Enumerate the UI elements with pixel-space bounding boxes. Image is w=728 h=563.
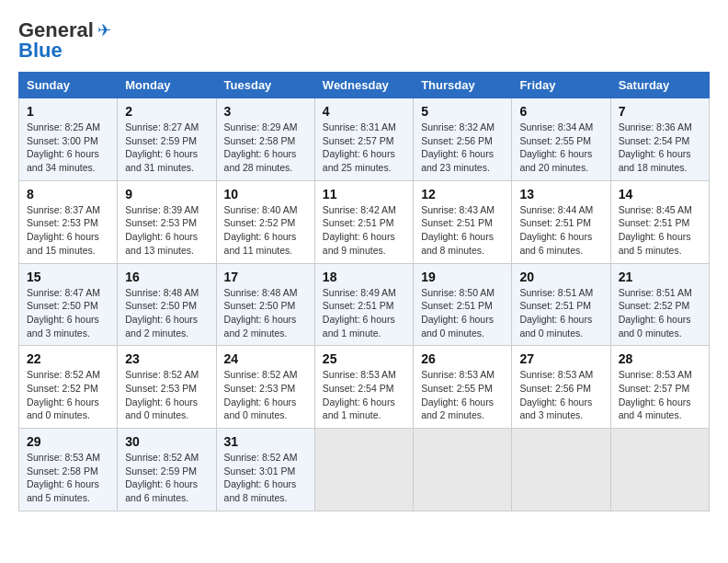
day-info: Sunrise: 8:49 AMSunset: 2:51 PMDaylight:… (323, 286, 405, 340)
day-info: Sunrise: 8:52 AMSunset: 2:52 PMDaylight:… (27, 368, 109, 422)
calendar-header-row: SundayMondayTuesdayWednesdayThursdayFrid… (19, 73, 710, 98)
calendar-cell: 14Sunrise: 8:45 AMSunset: 2:51 PMDayligh… (610, 180, 709, 263)
calendar-cell: 23Sunrise: 8:52 AMSunset: 2:53 PMDayligh… (118, 346, 216, 429)
calendar-cell: 17Sunrise: 8:48 AMSunset: 2:50 PMDayligh… (216, 263, 314, 346)
calendar-cell: 30Sunrise: 8:52 AMSunset: 2:59 PMDayligh… (118, 429, 216, 511)
calendar-cell: 4Sunrise: 8:31 AMSunset: 2:57 PMDaylight… (314, 98, 413, 181)
calendar-cell: 18Sunrise: 8:49 AMSunset: 2:51 PMDayligh… (314, 263, 413, 346)
day-header-wednesday: Wednesday (314, 73, 413, 98)
day-header-thursday: Thursday (414, 73, 512, 98)
week-row-1: 1Sunrise: 8:25 AMSunset: 3:00 PMDaylight… (19, 98, 710, 181)
calendar-cell: 31Sunrise: 8:52 AMSunset: 3:01 PMDayligh… (216, 429, 314, 511)
day-number: 18 (323, 270, 405, 284)
day-info: Sunrise: 8:53 AMSunset: 2:54 PMDaylight:… (323, 368, 405, 422)
day-info: Sunrise: 8:51 AMSunset: 2:51 PMDaylight:… (519, 286, 602, 340)
calendar-cell: 9Sunrise: 8:39 AMSunset: 2:53 PMDaylight… (118, 180, 216, 263)
day-info: Sunrise: 8:53 AMSunset: 2:57 PMDaylight:… (619, 368, 701, 422)
calendar-cell: 27Sunrise: 8:53 AMSunset: 2:56 PMDayligh… (512, 346, 610, 429)
day-number: 10 (224, 187, 307, 201)
day-info: Sunrise: 8:44 AMSunset: 2:51 PMDaylight:… (519, 203, 602, 258)
logo-blue-text: Blue (18, 39, 63, 63)
calendar-cell: 6Sunrise: 8:34 AMSunset: 2:55 PMDaylight… (512, 98, 610, 181)
day-number: 19 (421, 270, 504, 284)
logo-bird-icon: ✈ (97, 20, 111, 40)
day-header-monday: Monday (118, 73, 216, 98)
day-info: Sunrise: 8:25 AMSunset: 3:00 PMDaylight:… (27, 121, 109, 175)
calendar-cell: 25Sunrise: 8:53 AMSunset: 2:54 PMDayligh… (314, 346, 413, 429)
day-number: 1 (27, 104, 109, 119)
day-info: Sunrise: 8:37 AMSunset: 2:53 PMDaylight:… (27, 203, 109, 258)
calendar-cell: 28Sunrise: 8:53 AMSunset: 2:57 PMDayligh… (610, 346, 709, 429)
calendar-cell: 10Sunrise: 8:40 AMSunset: 2:52 PMDayligh… (216, 180, 314, 263)
calendar-cell: 2Sunrise: 8:27 AMSunset: 2:59 PMDaylight… (118, 98, 216, 181)
day-number: 30 (125, 434, 208, 449)
day-info: Sunrise: 8:42 AMSunset: 2:51 PMDaylight:… (323, 203, 405, 258)
day-number: 27 (519, 351, 602, 366)
calendar-cell: 5Sunrise: 8:32 AMSunset: 2:56 PMDaylight… (414, 98, 512, 181)
day-number: 3 (224, 104, 307, 119)
day-info: Sunrise: 8:39 AMSunset: 2:53 PMDaylight:… (125, 203, 208, 258)
day-info: Sunrise: 8:48 AMSunset: 2:50 PMDaylight:… (125, 286, 208, 340)
week-row-4: 22Sunrise: 8:52 AMSunset: 2:52 PMDayligh… (19, 346, 710, 429)
day-number: 22 (27, 351, 109, 366)
day-number: 26 (421, 351, 504, 366)
day-number: 20 (519, 270, 602, 284)
day-info: Sunrise: 8:52 AMSunset: 2:53 PMDaylight:… (224, 368, 307, 422)
day-info: Sunrise: 8:29 AMSunset: 2:58 PMDaylight:… (224, 121, 307, 175)
day-header-saturday: Saturday (610, 73, 709, 98)
week-row-2: 8Sunrise: 8:37 AMSunset: 2:53 PMDaylight… (19, 180, 710, 263)
day-header-tuesday: Tuesday (216, 73, 314, 98)
day-number: 23 (125, 351, 208, 366)
day-number: 6 (519, 104, 602, 119)
day-info: Sunrise: 8:53 AMSunset: 2:58 PMDaylight:… (27, 451, 109, 505)
day-number: 14 (619, 187, 701, 201)
day-number: 24 (224, 351, 307, 366)
day-number: 5 (421, 104, 504, 119)
day-info: Sunrise: 8:52 AMSunset: 2:53 PMDaylight:… (125, 368, 208, 422)
calendar-cell (610, 429, 709, 511)
calendar-cell (314, 429, 413, 511)
calendar-cell (512, 429, 610, 511)
calendar-cell: 12Sunrise: 8:43 AMSunset: 2:51 PMDayligh… (414, 180, 512, 263)
calendar-cell: 15Sunrise: 8:47 AMSunset: 2:50 PMDayligh… (19, 263, 118, 346)
day-info: Sunrise: 8:27 AMSunset: 2:59 PMDaylight:… (125, 121, 208, 175)
day-number: 11 (323, 187, 405, 201)
week-row-3: 15Sunrise: 8:47 AMSunset: 2:50 PMDayligh… (19, 263, 710, 346)
day-number: 25 (323, 351, 405, 366)
day-info: Sunrise: 8:36 AMSunset: 2:54 PMDaylight:… (619, 121, 701, 175)
day-info: Sunrise: 8:51 AMSunset: 2:52 PMDaylight:… (619, 286, 701, 340)
day-info: Sunrise: 8:43 AMSunset: 2:51 PMDaylight:… (421, 203, 504, 258)
calendar-cell: 7Sunrise: 8:36 AMSunset: 2:54 PMDaylight… (610, 98, 709, 181)
calendar-cell (414, 429, 512, 511)
day-number: 8 (27, 187, 109, 201)
day-info: Sunrise: 8:34 AMSunset: 2:55 PMDaylight:… (519, 121, 602, 175)
day-number: 12 (421, 187, 504, 201)
day-number: 16 (125, 270, 208, 284)
logo: General ✈ Blue (18, 18, 111, 63)
calendar-cell: 26Sunrise: 8:53 AMSunset: 2:55 PMDayligh… (414, 346, 512, 429)
calendar-cell: 24Sunrise: 8:52 AMSunset: 2:53 PMDayligh… (216, 346, 314, 429)
day-info: Sunrise: 8:40 AMSunset: 2:52 PMDaylight:… (224, 203, 307, 258)
day-info: Sunrise: 8:45 AMSunset: 2:51 PMDaylight:… (619, 203, 701, 258)
calendar-cell: 8Sunrise: 8:37 AMSunset: 2:53 PMDaylight… (19, 180, 118, 263)
calendar-cell: 20Sunrise: 8:51 AMSunset: 2:51 PMDayligh… (512, 263, 610, 346)
calendar-cell: 1Sunrise: 8:25 AMSunset: 3:00 PMDaylight… (19, 98, 118, 181)
day-info: Sunrise: 8:48 AMSunset: 2:50 PMDaylight:… (224, 286, 307, 340)
day-number: 28 (619, 351, 701, 366)
day-number: 9 (125, 187, 208, 201)
day-header-sunday: Sunday (19, 73, 118, 98)
day-number: 21 (619, 270, 701, 284)
calendar-cell: 29Sunrise: 8:53 AMSunset: 2:58 PMDayligh… (19, 429, 118, 511)
day-info: Sunrise: 8:53 AMSunset: 2:55 PMDaylight:… (421, 368, 504, 422)
day-number: 31 (224, 434, 307, 449)
day-info: Sunrise: 8:52 AMSunset: 2:59 PMDaylight:… (125, 451, 208, 505)
day-info: Sunrise: 8:52 AMSunset: 3:01 PMDaylight:… (224, 451, 307, 505)
day-number: 17 (224, 270, 307, 284)
day-info: Sunrise: 8:53 AMSunset: 2:56 PMDaylight:… (519, 368, 602, 422)
day-info: Sunrise: 8:47 AMSunset: 2:50 PMDaylight:… (27, 286, 109, 340)
day-number: 7 (619, 104, 701, 119)
calendar-table: SundayMondayTuesdayWednesdayThursdayFrid… (18, 72, 710, 511)
day-number: 4 (323, 104, 405, 119)
calendar-cell: 19Sunrise: 8:50 AMSunset: 2:51 PMDayligh… (414, 263, 512, 346)
day-info: Sunrise: 8:50 AMSunset: 2:51 PMDaylight:… (421, 286, 504, 340)
